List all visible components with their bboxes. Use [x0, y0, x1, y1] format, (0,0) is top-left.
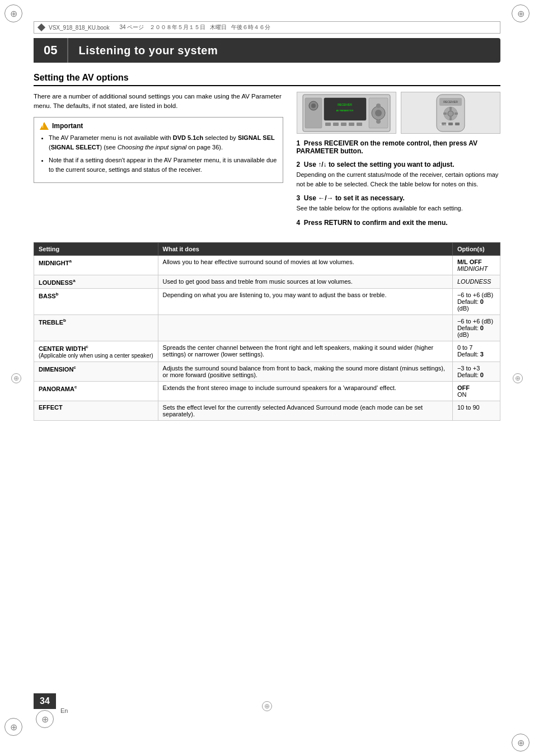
table-row: LOUDNESSa Used to get good bass and treb…: [34, 275, 500, 289]
chapter-title: Listening to your system: [68, 44, 218, 57]
warning-triangle-icon: [40, 122, 49, 130]
chapter-number: 05: [34, 38, 68, 63]
step-2-text: Use ↑/↓ to select the setting you want t…: [304, 161, 455, 168]
step-4-header: 4 Press RETURN to confirm and exit the m…: [297, 219, 501, 227]
svg-rect-23: [449, 117, 452, 120]
table-row: EFFECT Sets the effect level for the cur…: [34, 401, 500, 420]
svg-rect-27: [448, 123, 453, 125]
table-header-what: What it does: [158, 242, 452, 255]
remote-image: RECEIVER RETURN: [401, 92, 500, 134]
corner-decoration-br: ⊕: [496, 718, 530, 752]
setting-panorama: PANORAMAc: [34, 381, 158, 401]
table-row: TREBLEb −6 to +6 (dB)Default: 0 (dB): [34, 315, 500, 341]
svg-rect-25: [455, 112, 458, 115]
desc-treble: [158, 315, 452, 341]
setting-midnight: MIDNIGHTa: [34, 255, 158, 275]
setting-loudness: LOUDNESSa: [34, 275, 158, 289]
intro-text: There are a number of additional sound s…: [34, 92, 283, 111]
setting-bass: BASSb: [34, 289, 158, 315]
svg-point-16: [376, 119, 381, 124]
chapter-header: 05 Listening to your system: [34, 38, 500, 63]
left-edge-mark: ⊕: [11, 373, 21, 383]
table-row: DIMENSIONc Adjusts the surround sound ba…: [34, 361, 500, 381]
important-title: Important: [40, 122, 277, 130]
page-number: 34: [40, 696, 50, 706]
two-column-layout: There are a number of additional sound s…: [34, 92, 500, 232]
file-day-text: 木曜日: [210, 24, 227, 31]
svg-text:RECEIVER: RECEIVER: [338, 103, 352, 106]
receiver-image: RECEIVER AV PARAMETER: [297, 92, 396, 134]
step-3-text: Use ←/→ to set it as necessary.: [304, 194, 405, 202]
file-date-text: ２００８年５月１５日: [149, 24, 205, 31]
svg-text:RETURN: RETURN: [440, 124, 448, 126]
important-item-1: The AV Parameter menu is not available w…: [49, 133, 277, 152]
svg-rect-9: [341, 123, 346, 126]
desc-center-width: Spreads the center channel between the f…: [158, 341, 452, 362]
table-row: MIDNIGHTa Allows you to hear effective s…: [34, 255, 500, 275]
diamond-icon: [38, 24, 45, 31]
page-number-box: 34: [34, 693, 56, 709]
setting-treble: TREBLEb: [34, 315, 158, 341]
settings-table: Setting What it does Option(s) MIDNIGHTa…: [34, 242, 500, 421]
bottom-edge-mark: ⊕: [262, 701, 272, 711]
svg-rect-22: [449, 107, 452, 110]
file-time-text: 午後６時４６分: [231, 24, 270, 31]
svg-point-21: [448, 111, 453, 116]
desc-midnight: Allows you to hear effective surround so…: [158, 255, 452, 275]
options-center-width: 0 to 7Default: 3: [452, 341, 500, 362]
svg-point-14: [375, 110, 382, 116]
setting-dimension: DIMENSIONc: [34, 361, 158, 381]
svg-text:RECEIVER: RECEIVER: [443, 100, 458, 104]
main-content: Setting the AV options There are a numbe…: [34, 73, 500, 700]
svg-rect-10: [349, 123, 354, 126]
step-2-number: 2: [297, 161, 301, 168]
step-2-header: 2 Use ↑/↓ to select the setting you want…: [297, 161, 501, 168]
desc-bass: Depending on what you are listening to, …: [158, 289, 452, 315]
steps-section: 1 Press RECEIVER on the remote control, …: [297, 139, 501, 227]
setting-effect: EFFECT: [34, 401, 158, 420]
options-dimension: −3 to +3Default: 0: [452, 361, 500, 381]
important-box: Important The AV Parameter menu is not a…: [34, 117, 283, 183]
desc-dimension: Adjusts the surround sound balance from …: [158, 361, 452, 381]
important-item-2: Note that if a setting doesn't appear in…: [49, 156, 277, 175]
svg-rect-8: [333, 123, 339, 126]
step-2: 2 Use ↑/↓ to select the setting you want…: [297, 161, 501, 189]
desc-effect: Sets the effect level for the currently …: [158, 401, 452, 420]
desc-panorama: Extends the front stereo image to includ…: [158, 381, 452, 401]
device-images: RECEIVER AV PARAMETER: [297, 92, 501, 134]
svg-rect-28: [455, 123, 460, 125]
receiver-svg: RECEIVER AV PARAMETER: [302, 93, 391, 133]
right-edge-mark: ⊕: [513, 373, 523, 383]
remote-svg: RECEIVER RETURN: [428, 93, 473, 133]
step-2-detail: Depending on the current status/mode of …: [297, 170, 501, 189]
svg-text:AV PARAMETER: AV PARAMETER: [336, 109, 353, 112]
left-column: There are a number of additional sound s…: [34, 92, 283, 232]
table-header-setting: Setting: [34, 242, 158, 255]
svg-rect-7: [325, 123, 331, 126]
step-4-text: Press RETURN to confirm and exit the men…: [304, 219, 448, 227]
options-panorama: OFFON: [452, 381, 500, 401]
options-midnight: M/L OFFMIDNIGHT: [452, 255, 500, 275]
step-3-number: 3: [297, 194, 301, 202]
options-loudness: LOUDNESS: [452, 275, 500, 289]
desc-loudness: Used to get good bass and treble from mu…: [158, 275, 452, 289]
step-1: 1 Press RECEIVER on the remote control, …: [297, 139, 501, 155]
step-1-text: Press RECEIVER on the remote control, th…: [297, 139, 477, 155]
step-1-number: 1: [297, 139, 301, 147]
svg-point-15: [376, 104, 381, 108]
table-row: CENTER WIDTHc(Applicable only when using…: [34, 341, 500, 362]
page-footer: 34 ⊕ En: [34, 693, 68, 728]
svg-rect-11: [357, 123, 362, 126]
table-row: BASSb Depending on what you are listenin…: [34, 289, 500, 315]
file-info-text: VSX_918_818_KU.book: [49, 25, 109, 31]
options-effect: 10 to 90: [452, 401, 500, 420]
setting-center-width: CENTER WIDTHc(Applicable only when using…: [34, 341, 158, 362]
important-list: The AV Parameter menu is not available w…: [40, 133, 277, 175]
step-4: 4 Press RETURN to confirm and exit the m…: [297, 219, 501, 227]
corner-decoration-tl: ⊕: [4, 4, 38, 38]
svg-point-3: [311, 104, 316, 108]
file-info-bar: VSX_918_818_KU.book 34 ページ ２００８年５月１５日 木曜…: [34, 21, 500, 34]
step-3-header: 3 Use ←/→ to set it as necessary.: [297, 194, 501, 202]
step-1-header: 1 Press RECEIVER on the remote control, …: [297, 139, 501, 155]
table-header-options: Option(s): [452, 242, 500, 255]
